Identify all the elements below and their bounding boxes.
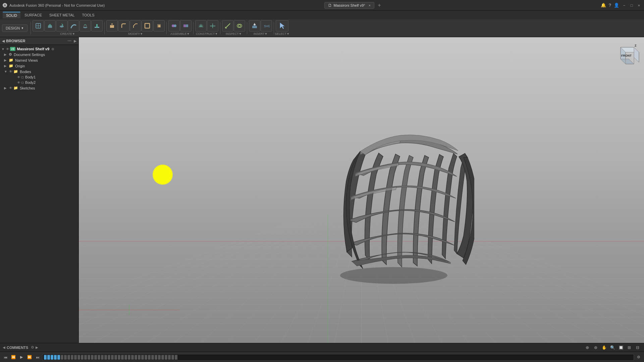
timeline-marker-9[interactable] [74, 355, 77, 360]
timeline-marker-8[interactable] [71, 355, 73, 360]
sketches-toggle-icon[interactable]: ▶ [4, 86, 8, 90]
sidebar-collapse-btn[interactable]: ◀ [2, 39, 5, 43]
press-pull-btn[interactable] [106, 20, 118, 32]
tree-item-body2[interactable]: ▶ 👁 □ Body2 [0, 80, 78, 85]
timeline-marker-6[interactable] [64, 355, 67, 360]
tree-item-sketches[interactable]: ▶ 👁 📁 Sketches [0, 85, 78, 91]
maximize-btn[interactable]: □ [629, 3, 634, 8]
timeline-start-btn[interactable]: ⏮ [2, 354, 9, 361]
tab-surface[interactable]: SURFACE [21, 12, 45, 18]
comments-arrow-btn[interactable]: ▶ [36, 346, 38, 349]
timeline-marker-23[interactable] [121, 355, 124, 360]
timeline-marker-13[interactable] [88, 355, 90, 360]
tree-item-doc-settings[interactable]: ▶ ⚙ Document Settings [0, 52, 78, 57]
timeline-marker-32[interactable] [151, 355, 154, 360]
timeline-marker-15[interactable] [94, 355, 97, 360]
display-settings-btn[interactable]: ⊟ [634, 344, 641, 351]
interference-btn[interactable] [234, 20, 245, 32]
timeline-marker-38[interactable] [171, 355, 174, 360]
timeline-marker-18[interactable] [104, 355, 107, 360]
viewport[interactable]: FRONT Z [79, 37, 644, 343]
midplane-btn[interactable] [207, 20, 218, 32]
insert-svg-btn[interactable]: SVG [261, 20, 272, 32]
add-tab-btn[interactable]: + [378, 2, 381, 8]
timeline-play-btn[interactable]: ▶ [18, 354, 25, 361]
timeline-marker-37[interactable] [168, 355, 171, 360]
measure-btn[interactable] [222, 20, 233, 32]
timeline-marker-3[interactable] [54, 355, 57, 360]
origin-toggle-icon[interactable]: ▶ [4, 64, 8, 68]
timeline-marker-4[interactable] [57, 355, 60, 360]
timeline-marker-16[interactable] [98, 355, 100, 360]
timeline-marker-11[interactable] [81, 355, 84, 360]
timeline-marker-28[interactable] [138, 355, 141, 360]
sketches-eye-icon[interactable]: 👁 [9, 86, 12, 90]
minimize-btn[interactable]: − [622, 3, 627, 8]
bodies-eye-icon[interactable]: 👁 [9, 70, 12, 73]
timeline-marker-17[interactable] [101, 355, 104, 360]
timeline-track[interactable] [42, 354, 634, 361]
tree-item-origin[interactable]: ▶ 📁 Origin [0, 63, 78, 69]
timeline-marker-24[interactable] [124, 355, 127, 360]
extrude-btn[interactable] [44, 20, 56, 32]
timeline-marker-22[interactable] [118, 355, 120, 360]
timeline-marker-27[interactable] [135, 355, 137, 360]
close-tab-btn[interactable]: × [369, 3, 371, 7]
timeline-marker-12[interactable] [84, 355, 87, 360]
tree-item-named-views[interactable]: ▶ 📁 Named Views [0, 57, 78, 63]
timeline-marker-7[interactable] [67, 355, 70, 360]
body1-eye-icon[interactable]: 👁 [17, 75, 20, 79]
timeline-marker-33[interactable] [155, 355, 157, 360]
timeline-marker-14[interactable] [91, 355, 94, 360]
timeline-marker-1[interactable] [47, 355, 50, 360]
revolve-btn[interactable] [56, 20, 67, 32]
orbit-btn[interactable]: ⊕ [584, 344, 591, 351]
timeline-marker-5[interactable] [61, 355, 63, 360]
timeline-marker-31[interactable] [148, 355, 151, 360]
comments-expand-btn[interactable]: ◀ [3, 346, 5, 349]
timeline-marker-30[interactable] [145, 355, 147, 360]
bodies-toggle-icon[interactable]: ▼ [4, 70, 8, 73]
tree-item-bodies[interactable]: ▼ 👁 📁 Bodies [0, 69, 78, 74]
timeline-marker-26[interactable] [131, 355, 134, 360]
tab-solid[interactable]: SOLID [3, 12, 20, 18]
body2-eye-icon[interactable]: 👁 [17, 81, 20, 84]
grid-btn[interactable]: ⊞ [626, 344, 633, 351]
offset-plane-btn[interactable] [195, 20, 207, 32]
account-icon[interactable]: 👤 [614, 3, 619, 8]
timeline-marker-35[interactable] [161, 355, 164, 360]
timeline-marker-20[interactable] [111, 355, 114, 360]
timeline-marker-2[interactable] [51, 355, 53, 360]
root-eye-icon[interactable]: 👁 [6, 47, 9, 51]
as-built-joint-btn[interactable] [180, 20, 192, 32]
select-btn[interactable] [276, 20, 288, 32]
viewcube[interactable]: FRONT Z [614, 41, 641, 67]
tree-item-root[interactable]: ▼ 👁 v9 Massironi Shelf v9 ⚙ [0, 46, 78, 52]
tree-item-body1[interactable]: ▶ 👁 □ Body1 [0, 74, 78, 80]
timeline-marker-0[interactable] [44, 355, 47, 360]
notification-icon[interactable]: 🔔 [601, 3, 606, 8]
browser-expand-btn[interactable]: ▶ [74, 39, 76, 43]
chamfer-btn[interactable] [130, 20, 141, 32]
timeline-marker-36[interactable] [165, 355, 167, 360]
loft-btn[interactable] [79, 20, 91, 32]
look-at-btn[interactable]: ⊛ [592, 344, 599, 351]
timeline-marker-21[interactable] [114, 355, 117, 360]
timeline-marker-19[interactable] [108, 355, 110, 360]
close-btn[interactable]: × [637, 3, 641, 8]
timeline-marker-10[interactable] [77, 355, 80, 360]
timeline-marker-34[interactable] [158, 355, 161, 360]
named-views-toggle-icon[interactable]: ▶ [4, 58, 8, 62]
timeline-next-btn[interactable]: ⏩ [26, 354, 33, 361]
timeline-marker-25[interactable] [128, 355, 130, 360]
timeline-prev-btn[interactable]: ⏪ [10, 354, 17, 361]
timeline-marker-39[interactable] [175, 355, 177, 360]
rib-btn[interactable] [91, 20, 103, 32]
new-component-btn[interactable] [33, 20, 44, 32]
fit-btn[interactable]: 🔲 [617, 344, 625, 351]
root-settings-icon[interactable]: ⚙ [51, 47, 54, 51]
browser-options-btn[interactable]: ⋯ [67, 39, 71, 43]
pan-btn[interactable]: ✋ [600, 344, 608, 351]
root-toggle-icon[interactable]: ▼ [1, 47, 5, 51]
zoom-btn[interactable]: 🔍 [609, 344, 616, 351]
